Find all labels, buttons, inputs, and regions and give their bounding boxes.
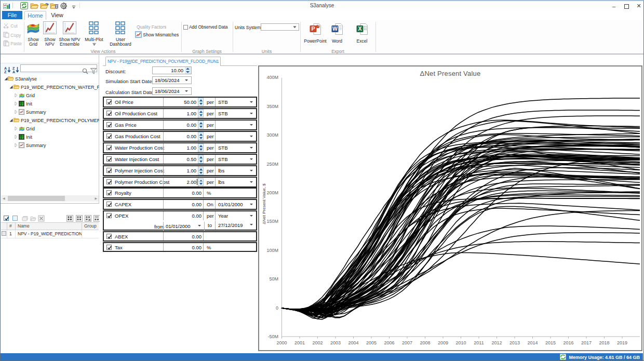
svg-text:X: X [358,25,361,32]
svg-text:W: W [332,25,338,32]
svg-text:P: P [311,25,315,32]
svg-text:Z: Z [12,66,15,70]
svg-text:A: A [4,66,7,70]
